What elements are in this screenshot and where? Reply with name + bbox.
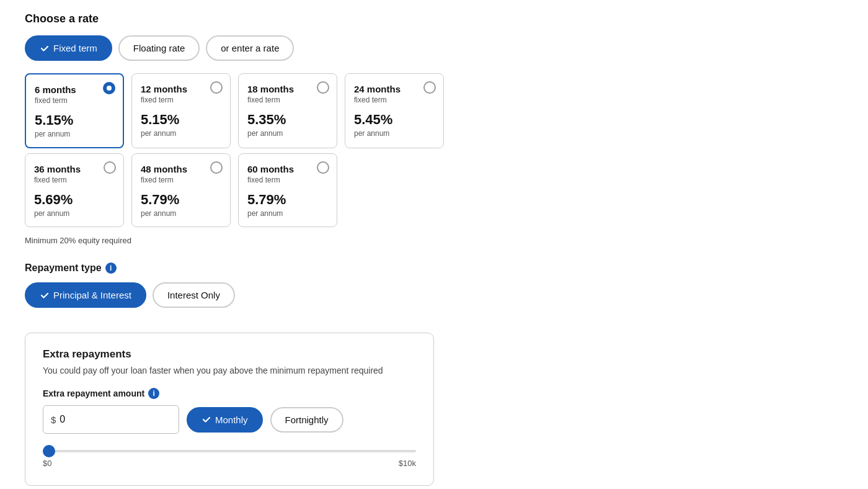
rate-card-6m-months: 6 months <box>35 84 114 95</box>
extra-amount-info-icon[interactable]: i <box>148 388 159 399</box>
repayment-type-section: Repayment type i Principal & Interest In… <box>25 262 843 308</box>
radio-48m <box>210 161 223 174</box>
monthly-button[interactable]: Monthly <box>187 407 263 433</box>
rate-card-6m[interactable]: 6 months fixed term 5.15% per annum <box>25 73 124 148</box>
rate-card-36m-rate: 5.69% <box>34 192 115 208</box>
rate-card-60m-months: 60 months <box>247 164 328 174</box>
floating-rate-label: Floating rate <box>133 43 185 53</box>
rate-card-6m-pa: per annum <box>35 130 114 138</box>
rate-card-12m[interactable]: 12 months fixed term 5.15% per annum <box>131 73 231 148</box>
enter-rate-label: or enter a rate <box>221 43 279 53</box>
interest-only-button[interactable]: Interest Only <box>153 282 235 308</box>
extra-repayment-slider[interactable] <box>43 450 416 452</box>
rate-card-36m-pa: per annum <box>34 209 115 218</box>
extra-amount-label-text: Extra repayment amount <box>43 388 144 398</box>
rate-card-24m-months: 24 months <box>354 84 435 94</box>
rate-card-60m[interactable]: 60 months fixed term 5.79% per annum <box>238 153 337 227</box>
extra-amount-label: Extra repayment amount i <box>43 388 416 399</box>
slider-max-label: $10k <box>399 459 416 468</box>
rate-card-36m[interactable]: 36 months fixed term 5.69% per annum <box>25 153 124 227</box>
rate-card-18m-months: 18 months <box>247 84 328 94</box>
rate-card-12m-months: 12 months <box>141 84 221 94</box>
rate-cards-row1: 6 months fixed term 5.15% per annum 12 m… <box>25 73 843 148</box>
rate-card-48m-pa: per annum <box>141 209 221 218</box>
fortnightly-button[interactable]: Fortnightly <box>270 407 343 433</box>
rate-card-18m-rate: 5.35% <box>247 112 328 128</box>
principal-interest-button[interactable]: Principal & Interest <box>25 282 146 308</box>
check-icon <box>40 43 50 53</box>
extra-repayments-box: Extra repayments You could pay off your … <box>25 333 434 486</box>
radio-24m <box>423 81 436 94</box>
repayment-type-row: Principal & Interest Interest Only <box>25 282 843 308</box>
rate-card-24m[interactable]: 24 months fixed term 5.45% per annum <box>345 73 444 148</box>
repayment-type-label: Repayment type <box>25 262 102 274</box>
rate-type-row: Fixed term Floating rate or enter a rate <box>25 35 843 61</box>
equity-notice: Minimum 20% equity required <box>25 236 843 245</box>
monthly-check-icon <box>202 415 211 424</box>
rate-card-6m-type: fixed term <box>35 96 114 105</box>
repayment-type-title: Repayment type i <box>25 262 843 274</box>
radio-36m <box>104 161 116 174</box>
rate-card-18m[interactable]: 18 months fixed term 5.35% per annum <box>238 73 337 148</box>
rate-card-36m-months: 36 months <box>34 164 115 174</box>
rate-card-48m-months: 48 months <box>141 164 221 174</box>
principal-check-icon <box>40 290 50 300</box>
dollar-sign: $ <box>51 415 56 425</box>
rate-card-24m-rate: 5.45% <box>354 112 435 128</box>
rate-card-48m-rate: 5.79% <box>141 192 221 208</box>
rate-card-18m-pa: per annum <box>247 129 328 138</box>
fixed-term-button[interactable]: Fixed term <box>25 35 112 61</box>
fixed-term-label: Fixed term <box>53 43 97 53</box>
rate-card-6m-rate: 5.15% <box>35 112 114 128</box>
rate-card-60m-pa: per annum <box>247 209 328 218</box>
rate-card-48m-type: fixed term <box>141 176 221 184</box>
enter-rate-button[interactable]: or enter a rate <box>206 35 294 61</box>
slider-min-label: $0 <box>43 459 51 468</box>
extra-amount-row: $ Monthly Fortnightly <box>43 405 416 434</box>
rate-card-48m[interactable]: 48 months fixed term 5.79% per annum <box>131 153 231 227</box>
extra-repayment-input[interactable] <box>60 414 171 425</box>
rate-card-12m-pa: per annum <box>141 129 221 138</box>
rate-card-18m-type: fixed term <box>247 96 328 104</box>
rate-card-24m-type: fixed term <box>354 96 435 104</box>
slider-wrap <box>43 444 416 455</box>
rate-card-12m-rate: 5.15% <box>141 112 221 128</box>
radio-60m <box>317 161 329 174</box>
choose-rate-heading: Choose a rate <box>25 12 843 25</box>
fortnightly-label: Fortnightly <box>285 415 329 425</box>
rate-card-36m-type: fixed term <box>34 176 115 184</box>
interest-only-label: Interest Only <box>167 290 220 300</box>
radio-12m <box>210 81 223 94</box>
range-labels: $0 $10k <box>43 459 416 468</box>
principal-interest-label: Principal & Interest <box>53 290 131 300</box>
rate-card-60m-rate: 5.79% <box>247 192 328 208</box>
monthly-label: Monthly <box>215 415 248 425</box>
extra-repayments-desc: You could pay off your loan faster when … <box>43 366 416 375</box>
dollar-input-wrap: $ <box>43 405 179 434</box>
extra-repayments-title: Extra repayments <box>43 348 416 361</box>
radio-18m <box>317 81 329 94</box>
rate-cards-row2: 36 months fixed term 5.69% per annum 48 … <box>25 153 843 227</box>
rate-card-12m-type: fixed term <box>141 96 221 104</box>
rate-card-60m-type: fixed term <box>247 176 328 184</box>
rate-card-24m-pa: per annum <box>354 129 435 138</box>
repayment-info-icon[interactable]: i <box>105 262 117 274</box>
radio-6m <box>103 82 115 94</box>
floating-rate-button[interactable]: Floating rate <box>118 35 200 61</box>
